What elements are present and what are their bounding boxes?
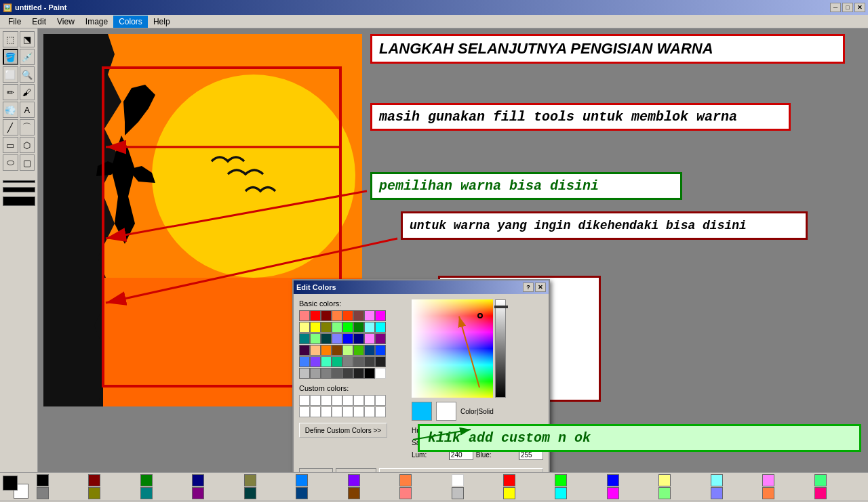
basic-color-swatch[interactable] <box>310 310 321 321</box>
custom-color-swatch[interactable] <box>321 406 332 417</box>
palette-swatch[interactable] <box>140 487 153 499</box>
basic-color-swatch[interactable] <box>353 356 364 367</box>
close-button[interactable]: ✕ <box>854 3 865 12</box>
custom-color-swatch[interactable] <box>299 406 310 417</box>
basic-color-swatch[interactable] <box>364 356 375 367</box>
basic-color-swatch[interactable] <box>310 345 321 356</box>
menu-image[interactable]: Image <box>80 16 113 28</box>
palette-swatch[interactable] <box>296 474 308 486</box>
tool-brush[interactable]: 🖌 <box>20 84 35 100</box>
basic-color-swatch[interactable] <box>332 345 342 356</box>
basic-color-swatch[interactable] <box>342 368 353 379</box>
basic-color-swatch[interactable] <box>321 333 332 344</box>
menu-help[interactable]: Help <box>148 16 176 28</box>
basic-color-swatch[interactable] <box>375 333 386 344</box>
tool-text[interactable]: A <box>20 102 35 118</box>
basic-color-swatch[interactable] <box>342 333 353 344</box>
basic-color-swatch[interactable] <box>353 368 364 379</box>
maximize-button[interactable]: □ <box>842 3 853 12</box>
basic-color-swatch[interactable] <box>332 333 342 344</box>
custom-color-swatch[interactable] <box>342 406 353 417</box>
basic-color-swatch[interactable] <box>299 356 310 367</box>
palette-swatch[interactable] <box>814 487 827 499</box>
foreground-color[interactable] <box>3 476 18 490</box>
palette-swatch[interactable] <box>814 474 827 486</box>
color-spectrum-area[interactable] <box>412 299 543 398</box>
palette-swatch[interactable] <box>296 487 308 499</box>
custom-color-swatch[interactable] <box>364 395 375 406</box>
tool-pencil[interactable]: ✏ <box>3 84 18 100</box>
basic-color-swatch[interactable] <box>321 368 332 379</box>
minimize-button[interactable]: ─ <box>830 3 841 12</box>
custom-color-swatch[interactable] <box>299 395 310 406</box>
palette-swatch[interactable] <box>244 487 256 499</box>
custom-color-swatch[interactable] <box>310 406 321 417</box>
define-custom-colors-button[interactable]: Define Custom Colors >> <box>299 423 387 438</box>
palette-swatch[interactable] <box>348 474 360 486</box>
basic-color-swatch[interactable] <box>321 322 332 333</box>
tool-polygon[interactable]: ⬡ <box>20 137 35 153</box>
palette-swatch-white[interactable] <box>452 474 464 486</box>
palette-swatch[interactable] <box>503 474 515 486</box>
palette-swatch[interactable] <box>140 474 153 486</box>
menu-file[interactable]: File <box>3 16 26 28</box>
tool-ellipse[interactable]: ⬭ <box>3 154 18 171</box>
basic-color-swatch[interactable] <box>321 356 332 367</box>
palette-swatch[interactable] <box>607 474 619 486</box>
custom-color-swatch[interactable] <box>332 395 342 406</box>
palette-swatch[interactable] <box>88 474 100 486</box>
basic-color-swatch[interactable] <box>364 310 375 321</box>
palette-swatch[interactable] <box>711 474 723 486</box>
basic-color-swatch[interactable] <box>310 356 321 367</box>
tool-magnifier[interactable]: 🔍 <box>20 66 35 83</box>
palette-swatch[interactable] <box>503 487 515 499</box>
basic-color-swatch[interactable] <box>332 310 342 321</box>
tool-eyedropper[interactable]: 💉 <box>20 49 35 65</box>
basic-color-swatch[interactable] <box>299 368 310 379</box>
palette-swatch[interactable] <box>88 487 100 499</box>
basic-color-swatch[interactable] <box>310 368 321 379</box>
palette-swatch[interactable] <box>658 474 671 486</box>
palette-swatch[interactable] <box>607 487 619 499</box>
palette-swatch[interactable] <box>348 487 360 499</box>
custom-color-swatch[interactable] <box>375 395 386 406</box>
palette-swatch[interactable] <box>555 487 567 499</box>
palette-swatch[interactable] <box>762 487 774 499</box>
ok-button[interactable]: OK <box>299 468 333 472</box>
custom-color-swatch[interactable] <box>353 406 364 417</box>
basic-color-swatch[interactable] <box>310 322 321 333</box>
basic-color-swatch[interactable] <box>332 322 342 333</box>
basic-color-swatch[interactable] <box>353 333 364 344</box>
basic-color-swatch[interactable] <box>299 310 310 321</box>
basic-color-swatch[interactable] <box>332 368 342 379</box>
tool-select-free[interactable]: ⬔ <box>20 31 35 47</box>
basic-color-swatch[interactable] <box>342 356 353 367</box>
hue-sat-spectrum[interactable] <box>412 299 493 398</box>
menu-edit[interactable]: Edit <box>26 16 52 28</box>
palette-swatch[interactable] <box>452 487 464 499</box>
basic-color-swatch[interactable] <box>299 322 310 333</box>
menu-colors[interactable]: Colors <box>113 16 148 28</box>
palette-swatch[interactable] <box>399 487 412 499</box>
palette-swatch-black[interactable] <box>37 474 49 486</box>
basic-color-swatch[interactable] <box>353 322 364 333</box>
custom-color-swatch[interactable] <box>364 406 375 417</box>
palette-swatch[interactable] <box>658 487 671 499</box>
palette-swatch[interactable] <box>192 474 204 486</box>
basic-color-swatch[interactable] <box>353 310 364 321</box>
cancel-button[interactable]: Cancel <box>336 468 376 472</box>
basic-color-swatch[interactable] <box>364 368 375 379</box>
palette-swatch[interactable] <box>399 474 412 486</box>
basic-color-swatch[interactable] <box>299 333 310 344</box>
tool-select-rect[interactable]: ⬚ <box>3 31 18 47</box>
basic-color-swatch[interactable] <box>364 322 375 333</box>
basic-color-swatch[interactable] <box>321 345 332 356</box>
tool-airbrush[interactable]: 💨 <box>3 102 18 118</box>
tool-rect[interactable]: ▭ <box>3 137 18 153</box>
tool-round-rect[interactable]: ▢ <box>20 154 35 171</box>
tool-curve[interactable]: ⌒ <box>20 119 35 135</box>
basic-color-swatch[interactable] <box>332 356 342 367</box>
basic-color-swatch[interactable] <box>375 310 386 321</box>
basic-color-swatch[interactable] <box>342 345 353 356</box>
dialog-help-button[interactable]: ? <box>523 283 534 292</box>
